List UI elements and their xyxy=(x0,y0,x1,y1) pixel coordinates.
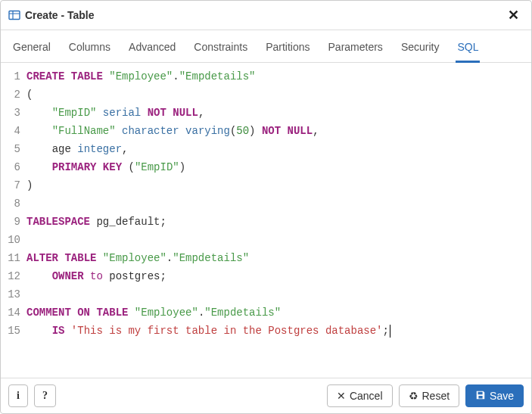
save-icon xyxy=(475,390,486,402)
reset-icon: ♻ xyxy=(409,391,418,401)
table-icon xyxy=(8,9,20,21)
save-label: Save xyxy=(490,390,514,402)
tab-constraints[interactable]: Constraints xyxy=(192,36,249,63)
close-icon: ✕ xyxy=(508,8,519,23)
cancel-label: Cancel xyxy=(350,390,383,402)
dialog-title: Create - Table xyxy=(25,9,503,21)
info-button[interactable]: i xyxy=(8,384,28,407)
reset-button[interactable]: ♻ Reset xyxy=(399,384,460,407)
sql-editor[interactable]: 1 2 3 4 5 6 7 8 9 10 11 12 13 14 15 CREA… xyxy=(1,63,531,378)
titlebar: Create - Table ✕ xyxy=(1,1,531,30)
save-button[interactable]: Save xyxy=(465,384,524,407)
help-button[interactable]: ? xyxy=(34,384,56,407)
cancel-button[interactable]: ✕ Cancel xyxy=(327,384,393,407)
tab-general[interactable]: General xyxy=(11,36,52,63)
tab-parameters[interactable]: Parameters xyxy=(327,36,384,63)
sql-code-content[interactable]: CREATE TABLE "Employee"."Empdetails" ( "… xyxy=(26,63,531,378)
close-button[interactable]: ✕ xyxy=(503,5,524,25)
dialog-footer: i ? ✕ Cancel ♻ Reset Save xyxy=(1,378,531,413)
tab-advanced[interactable]: Advanced xyxy=(127,36,177,63)
cancel-icon: ✕ xyxy=(337,391,346,401)
line-number-gutter: 1 2 3 4 5 6 7 8 9 10 11 12 13 14 15 xyxy=(1,63,26,378)
svg-rect-0 xyxy=(9,11,20,20)
reset-label: Reset xyxy=(422,390,450,402)
create-table-dialog: Create - Table ✕ General Columns Advance… xyxy=(0,0,532,414)
tab-security[interactable]: Security xyxy=(400,36,441,63)
tab-columns[interactable]: Columns xyxy=(67,36,112,63)
tab-sql[interactable]: SQL xyxy=(456,36,480,63)
tab-bar: General Columns Advanced Constraints Par… xyxy=(1,30,531,63)
tab-partitions[interactable]: Partitions xyxy=(264,36,311,63)
